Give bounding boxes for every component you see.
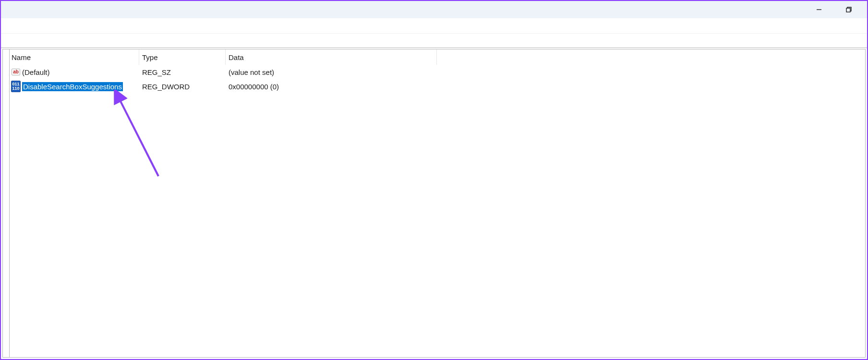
content-frame: Name Type Data ab (Default) REG_SZ (valu… bbox=[2, 49, 866, 358]
maximize-button[interactable] bbox=[834, 1, 863, 18]
column-header-type[interactable]: Type bbox=[139, 49, 226, 65]
address-bar bbox=[1, 34, 867, 48]
maximize-icon bbox=[845, 6, 852, 13]
svg-line-4 bbox=[119, 98, 158, 176]
reg-dword-icon: 011110 bbox=[11, 81, 21, 92]
value-name: (Default) bbox=[22, 68, 50, 76]
window-titlebar bbox=[1, 1, 867, 18]
value-row[interactable]: 011110 DisableSearchBoxSuggestions REG_D… bbox=[10, 79, 865, 94]
value-name-editing[interactable]: DisableSearchBoxSuggestions bbox=[22, 82, 123, 91]
annotation-arrow-icon bbox=[110, 90, 178, 186]
value-data: (value not set) bbox=[226, 68, 865, 76]
menu-bar bbox=[1, 18, 867, 34]
value-row[interactable]: ab (Default) REG_SZ (value not set) bbox=[10, 65, 865, 79]
tree-pane[interactable] bbox=[3, 49, 10, 357]
value-type: REG_DWORD bbox=[139, 83, 226, 91]
svg-rect-2 bbox=[846, 8, 850, 12]
value-data: 0x00000000 (0) bbox=[226, 83, 865, 91]
values-list-pane[interactable]: Name Type Data ab (Default) REG_SZ (valu… bbox=[10, 49, 865, 357]
column-header-name[interactable]: Name bbox=[10, 49, 139, 65]
column-headers: Name Type Data bbox=[10, 49, 865, 65]
reg-sz-icon: ab bbox=[11, 67, 21, 77]
value-type: REG_SZ bbox=[139, 68, 226, 76]
minimize-button[interactable] bbox=[805, 1, 833, 18]
minimize-icon bbox=[816, 6, 822, 13]
column-header-data[interactable]: Data bbox=[226, 49, 437, 65]
